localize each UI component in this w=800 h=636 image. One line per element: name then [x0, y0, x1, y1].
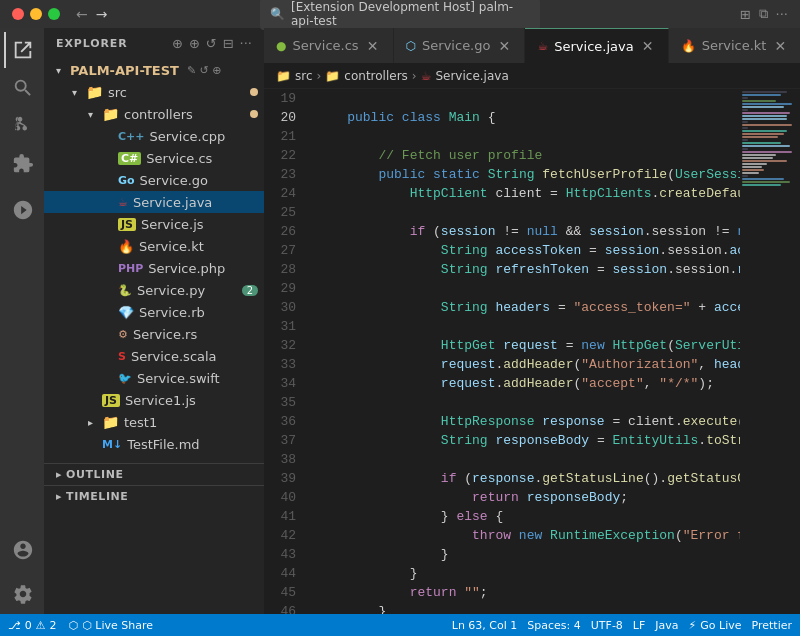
tree-item-service-java[interactable]: ☕ Service.java: [44, 191, 264, 213]
line-num: 37: [264, 431, 308, 450]
line-num: 46: [264, 602, 308, 614]
tree-item-testfile-md[interactable]: M↓ TestFile.md: [44, 433, 264, 455]
new-folder-icon[interactable]: ⊕: [189, 36, 200, 51]
nav-back-button[interactable]: ←: [76, 6, 88, 22]
tab-service-kt[interactable]: 🔥 Service.kt ✕: [669, 28, 800, 63]
minimap: [740, 89, 800, 614]
tree-label-src: src: [108, 85, 250, 100]
line-num: 33: [264, 355, 308, 374]
go-live-button[interactable]: ⚡ Go Live: [689, 619, 742, 632]
tree-item-service-rs[interactable]: ⚙ Service.rs: [44, 323, 264, 345]
code-line: [316, 317, 740, 336]
tree-item-test1[interactable]: ▸ 📁 test1: [44, 411, 264, 433]
line-num: 36: [264, 412, 308, 431]
status-warnings: 2: [50, 619, 57, 632]
tree-item-service-rb[interactable]: 💎 Service.rb: [44, 301, 264, 323]
more-icon[interactable]: ···: [776, 7, 788, 22]
tab-close-icon[interactable]: ✕: [640, 38, 656, 54]
collapse-icon[interactable]: ⊟: [223, 36, 234, 51]
breadcrumb-src[interactable]: 📁 src: [276, 69, 313, 83]
titlebar: ← → 🔍 [Extension Development Host] palm-…: [0, 0, 800, 28]
status-spaces[interactable]: Spaces: 4: [527, 619, 580, 632]
tabs-bar: ● Service.cs ✕ ⬡ Service.go ✕ ☕ Service.…: [264, 28, 800, 63]
refresh-icon[interactable]: ↺: [206, 36, 217, 51]
breadcrumb-file[interactable]: ☕ Service.java: [421, 69, 509, 83]
breadcrumb-controllers[interactable]: 📁 controllers: [325, 69, 408, 83]
tree-label: Service.cs: [146, 151, 264, 166]
tree-item-service-go[interactable]: Go Service.go: [44, 169, 264, 191]
status-branch[interactable]: ⎇ 0 ⚠ 2: [8, 619, 57, 632]
minimize-button[interactable]: [30, 8, 42, 20]
breadcrumb-label: src: [295, 69, 313, 83]
tab-service-cs[interactable]: ● Service.cs ✕: [264, 28, 394, 63]
minimap-content: [740, 89, 800, 189]
rs-icon: ⚙: [118, 328, 128, 341]
line-num: 31: [264, 317, 308, 336]
code-line: [316, 279, 740, 298]
tab-close-icon[interactable]: ✕: [772, 38, 788, 54]
tree-item-service-js[interactable]: JS Service.js: [44, 213, 264, 235]
activity-search[interactable]: [4, 70, 40, 106]
code-line: public static String fetchUserProfile(Us…: [316, 165, 740, 184]
code-line: } else {: [316, 507, 740, 526]
code-line: [316, 393, 740, 412]
outline-section[interactable]: ▸ OUTLINE: [44, 464, 264, 485]
activity-explorer[interactable]: [4, 32, 40, 68]
tree-item-palm-api-test[interactable]: ▾ PALM-API-TEST ✎ ↺ ⊕: [44, 59, 264, 81]
code-line: String responseBody = EntityUtils.toStri…: [316, 431, 740, 450]
tree-item-service-scala[interactable]: S Service.scala: [44, 345, 264, 367]
tab-close-icon[interactable]: ✕: [365, 38, 381, 54]
tree-item-service1-js[interactable]: JS Service1.js: [44, 389, 264, 411]
tree-item-service-php[interactable]: PHP Service.php: [44, 257, 264, 279]
maximize-button[interactable]: [48, 8, 60, 20]
tree-item-service-cpp[interactable]: C++ Service.cpp: [44, 125, 264, 147]
tab-service-java[interactable]: ☕ Service.java ✕: [525, 28, 668, 63]
code-line: [316, 450, 740, 469]
new-file-icon[interactable]: ⊕: [172, 36, 183, 51]
line-num: 35: [264, 393, 308, 412]
prettier-label: Prettier: [752, 619, 792, 632]
activity-account[interactable]: [4, 532, 40, 568]
prettier-button[interactable]: Prettier: [752, 619, 792, 632]
live-share-icon: ⬡: [69, 619, 79, 632]
split-icon[interactable]: ⧉: [759, 6, 768, 22]
code-line: if (session != null && session.session !…: [316, 222, 740, 241]
code-area[interactable]: public class Main { // Fetch user profil…: [308, 89, 740, 614]
activity-settings[interactable]: [4, 576, 40, 612]
tree-label: Service.cpp: [150, 129, 264, 144]
timeline-section[interactable]: ▸ TIMELINE: [44, 486, 264, 507]
status-eol[interactable]: LF: [633, 619, 645, 632]
status-bar: ⎇ 0 ⚠ 2 ⬡ ⬡ Live Share Ln 63, Col 1 Spac…: [0, 614, 800, 636]
status-position[interactable]: Ln 63, Col 1: [452, 619, 518, 632]
status-encoding[interactable]: UTF-8: [591, 619, 623, 632]
more-icon[interactable]: ···: [240, 36, 252, 51]
close-button[interactable]: [12, 8, 24, 20]
layout-icon[interactable]: ⊞: [740, 7, 751, 22]
tree-item-service-swift[interactable]: 🐦 Service.swift: [44, 367, 264, 389]
code-line: return "";: [316, 583, 740, 602]
tree-item-service-cs[interactable]: C# Service.cs: [44, 147, 264, 169]
md-icon: M↓: [102, 438, 122, 451]
code-line: HttpGet request = new HttpGet(ServerUtil…: [316, 336, 740, 355]
code-line: }: [316, 602, 740, 614]
tree-item-service-kt[interactable]: 🔥 Service.kt: [44, 235, 264, 257]
activity-source-control[interactable]: [4, 108, 40, 144]
tree-item-controllers[interactable]: ▾ 📁 controllers: [44, 103, 264, 125]
activity-run[interactable]: [4, 192, 40, 228]
title-search[interactable]: 🔍 [Extension Development Host] palm-api-…: [260, 0, 540, 30]
line-num: 21: [264, 127, 308, 146]
tab-service-go[interactable]: ⬡ Service.go ✕: [394, 28, 526, 63]
tab-close-icon[interactable]: ✕: [496, 38, 512, 54]
tree-item-src[interactable]: ▾ 📁 src: [44, 81, 264, 103]
live-share-button[interactable]: ⬡ ⬡ Live Share: [69, 619, 153, 632]
py-icon: 🐍: [118, 284, 132, 297]
tree-label: test1: [124, 415, 264, 430]
status-language[interactable]: Java: [655, 619, 678, 632]
tree-label: TestFile.md: [127, 437, 264, 452]
line-num: 23: [264, 165, 308, 184]
nav-forward-button[interactable]: →: [96, 6, 108, 22]
activity-extensions[interactable]: [4, 146, 40, 182]
encoding-text: UTF-8: [591, 619, 623, 632]
java-icon: ☕: [118, 196, 128, 209]
tree-item-service-py[interactable]: 🐍 Service.py 2: [44, 279, 264, 301]
